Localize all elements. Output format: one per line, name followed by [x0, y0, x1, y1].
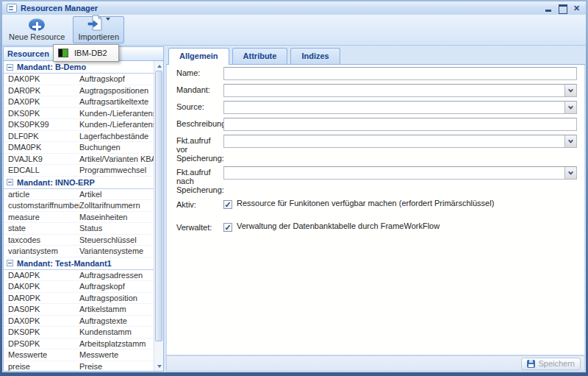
item-code: DMA0PK — [4, 143, 79, 152]
detail-panel: Allgemein Attribute Indizes Name: Mandan… — [166, 46, 585, 372]
list-item[interactable]: DMA0PKBuchungen — [4, 142, 154, 154]
fkt-nach-field[interactable] — [223, 166, 564, 180]
save-button[interactable]: Speichern — [521, 358, 581, 370]
item-code: state — [4, 224, 79, 233]
application-window: Resourcen Manager ✕ Neue Resource — [0, 0, 588, 376]
fkt-vor-field[interactable] — [223, 135, 564, 148]
collapse-icon[interactable] — [7, 260, 13, 266]
app-icon — [7, 4, 17, 13]
tab-strip: Allgemein Attribute Indizes — [166, 46, 585, 65]
form-row-fkt-vor: Fkt.aufruf vor Speicherung: — [176, 135, 577, 163]
list-item[interactable]: preisePreise — [4, 361, 154, 372]
list-item[interactable]: customstariffnumberZolltarifnummern — [4, 200, 154, 212]
list-item[interactable]: DAK0PKAuftragskopf — [4, 74, 154, 85]
scroll-down-icon[interactable] — [154, 361, 164, 371]
import-icon — [87, 15, 102, 31]
list-item[interactable]: DPS0PKArbeitsplatzstamm — [4, 338, 154, 350]
item-code: EDCALL — [4, 166, 79, 174]
minimize-icon[interactable] — [544, 4, 553, 13]
item-code: DAX0PK — [4, 316, 79, 325]
tab-allgemein[interactable]: Allgemein — [168, 48, 229, 65]
mandant-label: Mandant: — [176, 84, 223, 97]
list-item[interactable]: DAX0PKAuftragstexte — [4, 316, 154, 327]
tab-indizes[interactable]: Indizes — [290, 48, 340, 64]
list-item[interactable]: DKS0PKKundenstamm — [4, 327, 154, 338]
verwaltet-checkbox-text: Verwaltung der Datenbanktabelle durch Fr… — [237, 221, 440, 230]
mandant-field[interactable] — [223, 84, 564, 97]
list-item[interactable]: DAR0PKAugtragspositionen — [4, 85, 154, 97]
list-item[interactable]: DAX0PKAuftragsartikeltexte — [4, 96, 154, 108]
save-button-label: Speichern — [538, 359, 575, 368]
name-field[interactable] — [223, 67, 577, 80]
source-dropdown-button[interactable] — [564, 101, 577, 114]
source-field[interactable] — [223, 101, 564, 114]
import-button[interactable]: Importieren — [73, 16, 124, 43]
new-resource-label: Neue Resource — [9, 32, 65, 41]
item-code: DAA0PK — [4, 271, 79, 280]
new-resource-button[interactable]: Neue Resource — [4, 16, 70, 43]
item-name: Maseinheiten — [79, 213, 154, 221]
list-item[interactable]: measureMaseinheiten — [4, 212, 154, 224]
list-item[interactable]: MesswerteMesswerte — [4, 350, 154, 361]
list-scrollbar[interactable] — [154, 61, 163, 371]
list-item[interactable]: variantsystemVariantensysteme — [4, 246, 154, 258]
form-row-source: Source: — [176, 101, 577, 114]
fkt-vor-dropdown-button[interactable] — [564, 135, 577, 148]
item-code: DKS0PK — [4, 109, 79, 118]
maximize-icon[interactable] — [558, 4, 567, 13]
verwaltet-label: Verwaltet: — [176, 221, 223, 235]
list-item[interactable]: DAK0PKAuftragskopf — [4, 281, 154, 293]
item-name: Artikelstamm — [79, 305, 154, 313]
resources-panel-title: Resourcen — [7, 49, 49, 58]
item-code: DAX0PK — [4, 97, 79, 106]
item-code: Messwerte — [4, 350, 79, 359]
group-header-b-demo[interactable]: Mandant: B-Demo — [4, 61, 154, 74]
verwaltet-checkbox[interactable] — [223, 223, 232, 232]
list-item[interactable]: EDCALLProgrammwechsel — [4, 165, 154, 177]
form-row-beschreibung: Beschreibung: — [176, 118, 577, 131]
beschreibung-field[interactable] — [223, 118, 577, 131]
collapse-icon[interactable] — [7, 64, 13, 71]
list-item[interactable]: DKS0PKKunden-/Lieferantensta... — [4, 108, 154, 120]
resources-panel: Resourcen Mandant: B-Demo DAK0PKAuftrags… — [3, 46, 164, 372]
collapse-icon[interactable] — [7, 179, 13, 185]
form-row-aktiv: Aktiv: Ressource für Funkitonen verfügba… — [176, 199, 577, 212]
title-bar: Resourcen Manager ✕ — [2, 1, 586, 15]
list-item[interactable]: DLF0PKLagerfachbestände — [4, 131, 154, 143]
list-item[interactable]: DAA0PKAuftragsadressen — [4, 270, 154, 282]
window-controls: ✕ — [544, 4, 581, 13]
scrollbar-thumb[interactable] — [155, 71, 162, 341]
chevron-down-icon — [568, 87, 573, 92]
list-item[interactable]: DKS0PK99Kunden-/Lieferantensta... — [4, 119, 154, 131]
item-code: DKS0PK99 — [4, 120, 79, 129]
mandant-dropdown-button[interactable] — [564, 84, 577, 97]
list-item[interactable]: articleArtikel — [4, 189, 154, 201]
group-header-inno-erp[interactable]: Mandant: INNO-ERP — [4, 177, 154, 189]
item-code: DPS0PK — [4, 339, 79, 348]
list-item[interactable]: taxcodesSteuerschlüssel — [4, 235, 154, 246]
item-code: DAK0PK — [4, 282, 79, 291]
menu-item-ibm-db2[interactable]: IBM-DB2 — [55, 46, 117, 60]
item-code: DKS0PK — [4, 327, 79, 336]
form-row-mandant: Mandant: — [176, 84, 577, 97]
list-item[interactable]: DVAJLK9Artikel/Varianten KBAS — [4, 154, 154, 166]
close-icon[interactable]: ✕ — [572, 4, 581, 13]
aktiv-checkbox[interactable] — [223, 200, 232, 209]
import-dropdown-arrow-icon[interactable] — [106, 18, 110, 21]
form-row-verwaltet: Verwaltet: Verwaltung der Datenbanktabel… — [176, 221, 577, 235]
aktiv-label: Aktiv: — [176, 199, 223, 212]
fkt-nach-dropdown-button[interactable] — [564, 166, 577, 180]
ibm-db2-icon — [58, 49, 68, 57]
item-name: Kunden-/Lieferantensta... — [79, 109, 154, 118]
item-name: Auftragskopf — [79, 74, 154, 83]
list-item[interactable]: DAR0PKAuftragsposition — [4, 293, 154, 305]
tab-attribute[interactable]: Attribute — [232, 48, 288, 64]
group-title: Mandant: INNO-ERP — [17, 178, 95, 187]
scroll-up-icon[interactable] — [154, 61, 164, 71]
resources-list: Mandant: B-Demo DAK0PKAuftragskopf DAR0P… — [4, 61, 154, 371]
list-item[interactable]: stateStatus — [4, 223, 154, 235]
list-item[interactable]: DAS0PKArtikelstamm — [4, 304, 154, 316]
group-header-test-mandant1[interactable]: Mandant: Test-Mandant1 — [4, 258, 154, 270]
item-code: DAK0PK — [4, 74, 79, 83]
item-name: Artikel/Varianten KBAS — [79, 155, 154, 163]
